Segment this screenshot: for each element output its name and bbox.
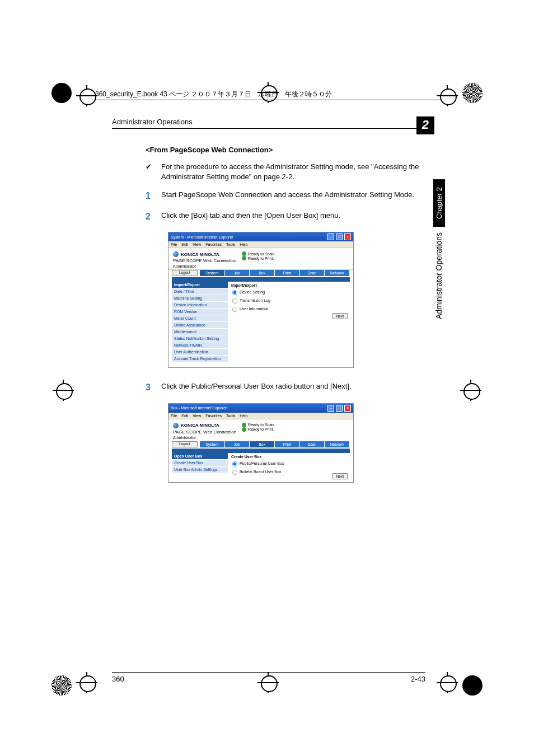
next-button[interactable]: Next — [332, 313, 348, 319]
radio-option[interactable]: User Information — [230, 305, 350, 314]
window-titlebar: Box - Microsoft Internet Explorer – □ × — [168, 404, 353, 413]
maximize-icon[interactable]: □ — [336, 405, 343, 412]
step-number: 1 — [146, 190, 161, 202]
reg-cross-tr — [437, 85, 458, 106]
book-header: 360_security_E.book 43 ページ ２００７年３月７日 水曜日… — [95, 90, 332, 99]
sidebar-item[interactable]: Device Information — [172, 301, 228, 308]
logout-button[interactable]: Logout — [172, 441, 198, 447]
sidebar-item[interactable]: User Authentication — [172, 348, 228, 355]
menu-edit[interactable]: Edit — [181, 414, 188, 418]
tab-system[interactable]: System — [200, 441, 225, 447]
next-button[interactable]: Next — [332, 473, 348, 479]
radio-option[interactable]: Transmission Log — [230, 297, 350, 305]
sidebar-item[interactable]: Online Assistance — [172, 321, 228, 328]
close-icon[interactable]: × — [344, 234, 351, 240]
sidebar-item[interactable]: Status Notification Setting — [172, 335, 228, 342]
ie-menubar: File Edit View Favorites Tools Help — [168, 241, 353, 248]
page-footer: 360 2-43 — [112, 672, 425, 683]
konica-logo: KONICA MINOLTA — [173, 251, 236, 257]
tab-network[interactable]: Network — [325, 441, 350, 447]
menu-file[interactable]: File — [171, 414, 177, 418]
sidebar-item[interactable]: ROM Version — [172, 308, 228, 315]
product-name: PAGE SCOPE Web Connection — [173, 258, 236, 263]
sidebar-item[interactable]: Meter Count — [172, 315, 228, 321]
window-title: System - Microsoft Internet Explorer — [171, 235, 233, 239]
sidebar-item[interactable]: Network TWAIN — [172, 342, 228, 348]
minimize-icon[interactable]: – — [327, 405, 334, 412]
ie-menubar: File Edit View Favorites Tools Help — [168, 413, 353, 419]
menu-tools[interactable]: Tools — [226, 242, 235, 246]
panel-title: Create User Box — [230, 453, 350, 460]
logout-button[interactable]: Logout — [172, 270, 198, 276]
section-underline — [112, 128, 425, 129]
sidebar-item[interactable]: Maintenance — [172, 328, 228, 335]
step-3-row: 3 Click the Public/Personal User Box rad… — [146, 381, 425, 394]
sidebar-item[interactable]: Date / Time — [172, 288, 228, 295]
reg-cross-tl — [76, 85, 97, 106]
main-tabs: Logout System Job Box Print Scan Network — [168, 441, 353, 447]
sidebar-item[interactable]: Create User Box — [172, 459, 228, 466]
sidebar: Import/Export Date / Time Machine Settin… — [172, 282, 228, 362]
device-status: Ready to Scan. Ready to Print. — [242, 423, 275, 432]
close-icon[interactable]: × — [344, 405, 351, 412]
brand-header: KONICA MINOLTA PAGE SCOPE Web Connection… — [168, 419, 353, 441]
window-titlebar: System - Microsoft Internet Explorer – □… — [168, 232, 353, 241]
menu-favorites[interactable]: Favorites — [205, 242, 222, 246]
subsection-heading: <From PageScope Web Connection> — [146, 146, 425, 154]
menu-help[interactable]: Help — [240, 242, 247, 246]
page-side-tab: Chapter 2 Administrator Operations — [433, 179, 446, 319]
tab-print[interactable]: Print — [275, 270, 300, 276]
menu-help[interactable]: Help — [240, 414, 247, 418]
tab-network[interactable]: Network — [325, 270, 350, 276]
reg-cross-bl — [76, 672, 97, 693]
tab-box[interactable]: Box — [250, 270, 275, 276]
footer-right: 2-43 — [411, 675, 425, 683]
tab-system[interactable]: System — [200, 270, 225, 276]
tab-strip — [172, 449, 350, 453]
tab-job[interactable]: Job — [225, 441, 250, 447]
note-text: For the procedure to access the Administ… — [161, 162, 425, 182]
panel-title: Import/Export — [230, 282, 350, 288]
radio-option[interactable]: Public/Personal User Box — [230, 460, 350, 468]
menu-file[interactable]: File — [171, 242, 177, 246]
minimize-icon[interactable]: – — [327, 234, 334, 240]
maximize-icon[interactable]: □ — [336, 234, 343, 240]
section-title: Administrator Operations — [112, 118, 425, 126]
crop-dot-bl — [51, 675, 72, 696]
page-body: Administrator Operations 2 <From PageSco… — [112, 118, 425, 483]
menu-view[interactable]: View — [193, 242, 201, 246]
sidebar-item-open[interactable]: Open User Box — [172, 453, 228, 459]
step-2-row: 2 Click the [Box] tab and then the [Open… — [146, 211, 425, 223]
step-text: Start PageScope Web Connection and acces… — [161, 190, 425, 202]
step-1-row: 1 Start PageScope Web Connection and acc… — [146, 190, 425, 202]
sidebar: Open User Box Create User Box User Box A… — [172, 453, 228, 477]
sidebar-item[interactable]: User Box Admin.Settings — [172, 466, 228, 473]
screenshot-box: Box - Microsoft Internet Explorer – □ × … — [168, 403, 354, 483]
sidebar-item[interactable]: Machine Setting — [172, 295, 228, 301]
menu-tools[interactable]: Tools — [226, 414, 235, 418]
menu-edit[interactable]: Edit — [181, 242, 188, 246]
crop-dot-br — [462, 675, 483, 696]
menu-view[interactable]: View — [193, 414, 201, 418]
check-icon: ✔ — [146, 162, 161, 182]
step-text: Click the [Box] tab and then the [Open U… — [161, 211, 425, 223]
step-number: 2 — [146, 211, 161, 223]
tab-scan[interactable]: Scan — [300, 270, 325, 276]
sidebar-item[interactable]: Account Track Registration — [172, 355, 228, 362]
tab-scan[interactable]: Scan — [300, 441, 325, 447]
user-role: Administrator — [173, 264, 236, 268]
crop-dot-tr — [462, 83, 483, 103]
step-text: Click the Public/Personal User Box radio… — [161, 381, 425, 394]
sidebar-head[interactable]: Import/Export — [172, 282, 228, 288]
main-tabs: Logout System Job Box Print Scan Network — [168, 270, 353, 276]
tab-print[interactable]: Print — [275, 441, 300, 447]
radio-option[interactable]: Device Setting — [230, 288, 350, 297]
user-role: Administrator — [173, 436, 236, 440]
status-ok-icon — [242, 427, 246, 432]
side-tab-section: Administrator Operations — [433, 232, 444, 319]
menu-favorites[interactable]: Favorites — [205, 414, 222, 418]
tab-job[interactable]: Job — [225, 270, 250, 276]
tab-box[interactable]: Box — [250, 441, 275, 447]
reg-cross-mr — [460, 380, 481, 401]
content-panel: Create User Box Public/Personal User Box… — [230, 453, 350, 477]
